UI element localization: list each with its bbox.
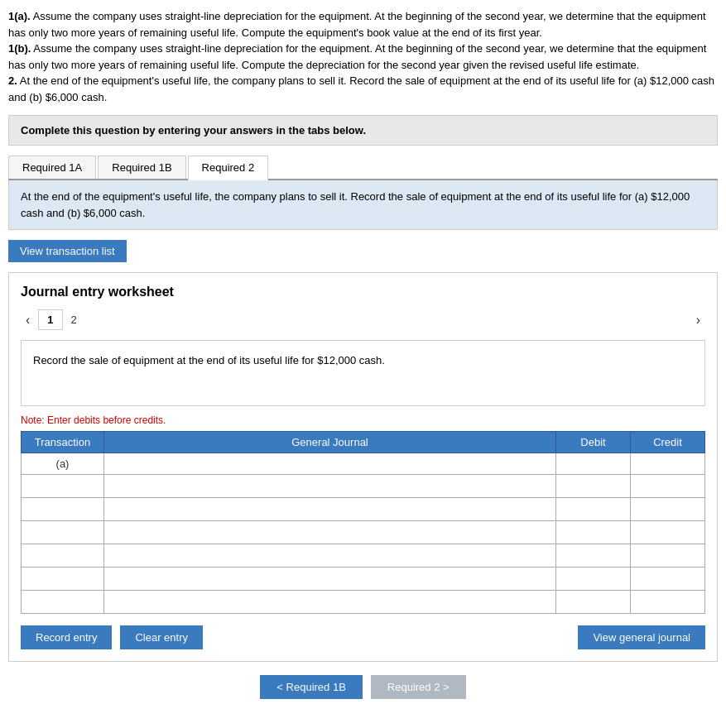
debit-cell[interactable] — [556, 591, 631, 614]
col-general-journal: General Journal — [104, 432, 556, 453]
tab-required-1a[interactable]: Required 1A — [8, 156, 96, 179]
journal-cell[interactable] — [104, 521, 556, 544]
instruction-box: Record the sale of equipment at the end … — [21, 340, 705, 406]
view-transaction-btn[interactable]: View transaction list — [8, 240, 127, 262]
credit-input[interactable] — [631, 475, 704, 497]
part1b-text: Assume the company uses straight-line de… — [8, 42, 706, 71]
transaction-input[interactable] — [25, 571, 100, 587]
transaction-cell — [22, 475, 104, 498]
col-credit: Credit — [631, 432, 705, 453]
table-row: (a) — [22, 453, 705, 475]
table-row — [22, 521, 705, 544]
table-row — [22, 544, 705, 568]
page-current: 1 — [38, 309, 62, 330]
bottom-nav: < Required 1B Required 2 > — [8, 675, 718, 699]
journal-cell[interactable] — [104, 453, 556, 475]
journal-input[interactable] — [104, 568, 555, 590]
transaction-input[interactable] — [25, 501, 100, 517]
debit-input[interactable] — [556, 521, 630, 544]
transaction-input[interactable] — [25, 594, 100, 610]
note-text: Note: Enter debits before credits. — [21, 414, 705, 426]
transaction-cell — [22, 568, 104, 591]
nav-row: ‹ 1 2 › — [21, 309, 705, 330]
debit-input[interactable] — [556, 475, 630, 497]
debit-cell[interactable] — [556, 453, 631, 475]
worksheet-title: Journal entry worksheet — [21, 285, 705, 299]
credit-cell[interactable] — [631, 591, 705, 614]
tabs-container: Required 1A Required 1B Required 2 — [8, 156, 718, 180]
transaction-input[interactable] — [25, 478, 100, 494]
transaction-input[interactable] — [25, 548, 100, 563]
credit-cell[interactable] — [631, 498, 705, 521]
part1b-bold: 1(b). — [8, 42, 31, 55]
credit-cell[interactable] — [631, 521, 705, 544]
next-arrow[interactable]: › — [691, 311, 705, 329]
debit-cell[interactable] — [556, 544, 631, 568]
journal-cell[interactable] — [104, 544, 556, 568]
worksheet-container: Journal entry worksheet ‹ 1 2 › Record t… — [8, 272, 718, 662]
debit-input[interactable] — [556, 453, 630, 474]
tab-content: At the end of the equipment's useful lif… — [8, 180, 718, 230]
debit-input[interactable] — [556, 498, 630, 520]
debit-cell[interactable] — [556, 498, 631, 521]
problem-text: 1(a). Assume the company uses straight-l… — [8, 8, 718, 105]
part1a-text: Assume the company uses straight-line de… — [8, 10, 706, 39]
part1a-bold: 1(a). — [8, 10, 31, 22]
buttons-row: Record entry Clear entry View general jo… — [21, 625, 705, 649]
credit-input[interactable] — [631, 521, 704, 544]
part2-text: At the end of the equipment's useful lif… — [8, 74, 714, 103]
debit-input[interactable] — [556, 591, 630, 613]
credit-cell[interactable] — [631, 453, 705, 475]
table-row — [22, 591, 705, 614]
transaction-cell — [22, 591, 104, 614]
credit-input[interactable] — [631, 568, 704, 590]
tab-required-1b[interactable]: Required 1B — [98, 156, 185, 179]
journal-input[interactable] — [104, 591, 555, 613]
debit-input[interactable] — [556, 568, 630, 590]
next-nav-button[interactable]: Required 2 > — [371, 675, 466, 699]
credit-cell[interactable] — [631, 568, 705, 591]
journal-input[interactable] — [104, 521, 555, 544]
table-row — [22, 568, 705, 591]
complete-box: Complete this question by entering your … — [8, 115, 718, 146]
prev-arrow[interactable]: ‹ — [21, 311, 35, 329]
col-debit: Debit — [556, 432, 631, 453]
credit-input[interactable] — [631, 544, 704, 567]
journal-cell[interactable] — [104, 498, 556, 521]
transaction-cell: (a) — [22, 453, 104, 475]
part2-bold: 2. — [8, 74, 17, 87]
tab-required-2[interactable]: Required 2 — [188, 156, 269, 180]
debit-cell[interactable] — [556, 568, 631, 591]
debit-cell[interactable] — [556, 521, 631, 544]
credit-input[interactable] — [631, 591, 704, 613]
credit-cell[interactable] — [631, 544, 705, 568]
journal-cell[interactable] — [104, 591, 556, 614]
clear-entry-button[interactable]: Clear entry — [120, 625, 203, 649]
journal-input[interactable] — [104, 475, 555, 497]
col-transaction: Transaction — [22, 432, 104, 453]
view-general-journal-button[interactable]: View general journal — [578, 625, 705, 649]
transaction-cell — [22, 498, 104, 521]
journal-cell[interactable] — [104, 475, 556, 498]
journal-input[interactable] — [104, 498, 555, 520]
credit-input[interactable] — [631, 453, 704, 474]
transaction-cell — [22, 521, 104, 544]
journal-table: Transaction General Journal Debit Credit… — [21, 431, 705, 614]
debit-cell[interactable] — [556, 475, 631, 498]
table-row — [22, 498, 705, 521]
journal-input[interactable] — [104, 453, 555, 474]
credit-input[interactable] — [631, 498, 704, 520]
record-entry-button[interactable]: Record entry — [21, 625, 112, 649]
table-row — [22, 475, 705, 498]
prev-nav-button[interactable]: < Required 1B — [260, 675, 362, 699]
page-next[interactable]: 2 — [71, 314, 77, 326]
journal-input[interactable] — [104, 544, 555, 567]
credit-cell[interactable] — [631, 475, 705, 498]
debit-input[interactable] — [556, 544, 630, 567]
transaction-cell — [22, 544, 104, 568]
journal-cell[interactable] — [104, 568, 556, 591]
transaction-input[interactable] — [25, 524, 100, 540]
